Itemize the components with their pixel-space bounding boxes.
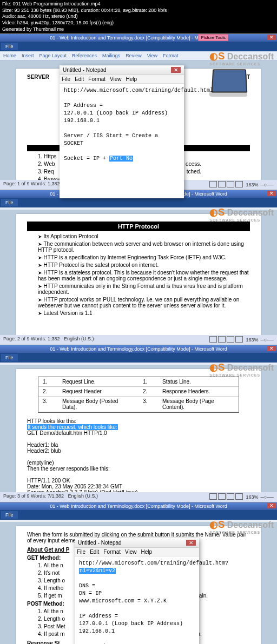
tab-page-layout[interactable]: Page Layout — [39, 53, 67, 58]
brand-logo: ◐S DeccansoftSOFTWARE SERVICES — [209, 361, 274, 377]
document-page: HTTP Protocol Its Application Protocol T… — [16, 214, 261, 337]
document-page: 1.Request Line.1.Status Line. 2.Request … — [16, 369, 261, 494]
vlc-overlay: File: 001 Web Programming Introduction.m… — [0, 0, 277, 33]
status-bar: Page: 2 of 9 Words: 1,382 English (U.S.)… — [0, 335, 277, 345]
close-icon[interactable]: ✕ — [267, 346, 276, 351]
close-icon[interactable]: ✕ — [267, 35, 276, 40]
zoom-level[interactable]: 163% — [246, 182, 258, 187]
window-title: 01 - Web Introduction and Terminology.do… — [0, 34, 277, 42]
file-tab[interactable]: File — [1, 511, 18, 519]
tab-references[interactable]: References — [72, 53, 97, 58]
notepad-text[interactable]: http://www.microsoft.com/training/defaul… — [75, 556, 199, 644]
window-title: 01 - Web Introduction and Terminology.do… — [0, 345, 277, 353]
tab-review[interactable]: Review — [126, 53, 142, 58]
notepad-menu[interactable]: FileEditFormatViewHelp — [75, 548, 199, 556]
tab-view[interactable]: View — [147, 53, 157, 58]
file-tab[interactable]: File — [1, 354, 18, 361]
tab-home[interactable]: Home — [3, 53, 16, 58]
file-tab[interactable]: File — [1, 43, 18, 50]
notepad-close-icon[interactable]: ✕ — [171, 67, 181, 73]
notepad-title: Untitled - Notepad — [63, 67, 107, 73]
brand-logo: ◐S DeccansoftSOFTWARE SERVICES — [209, 206, 274, 222]
notepad-title: Untitled - Notepad — [78, 540, 122, 546]
tab-mailings[interactable]: Mailings — [102, 53, 120, 58]
status-bar: Page: 3 of 9 Words: 7/1,382 English (U.S… — [0, 492, 277, 502]
notepad-window[interactable]: Untitled - Notepad✕ FileEditFormatViewHe… — [60, 65, 184, 198]
close-icon[interactable]: ✕ — [267, 191, 276, 196]
window-title: 01 - Web Introduction and Terminology.do… — [0, 502, 277, 510]
req-resp-table: 1.Request Line.1.Status Line. 2.Request … — [38, 377, 239, 413]
notepad-text[interactable]: http://www.microsoft.com/training/defaul… — [60, 84, 184, 198]
tab-format[interactable]: Format — [163, 53, 179, 58]
view-icons[interactable] — [209, 181, 243, 189]
notepad-menu[interactable]: FileEditFormatViewHelp — [60, 75, 184, 84]
laptop-image — [212, 69, 255, 101]
notepad-close-icon[interactable]: ✕ — [186, 540, 196, 546]
tab-insert[interactable]: Insert — [22, 53, 34, 58]
file-tab[interactable]: File — [1, 199, 18, 206]
close-icon[interactable]: ✕ — [267, 503, 276, 508]
notepad-window[interactable]: Untitled - Notepad✕ FileEditFormatViewHe… — [75, 538, 199, 644]
picture-tools-tab[interactable]: Picture Tools — [198, 34, 228, 41]
brand-logo: ◐S DeccansoftSOFTWARE SERVICES — [209, 50, 274, 66]
brand-logo: ◐S DeccansoftSOFTWARE SERVICES — [209, 519, 274, 534]
